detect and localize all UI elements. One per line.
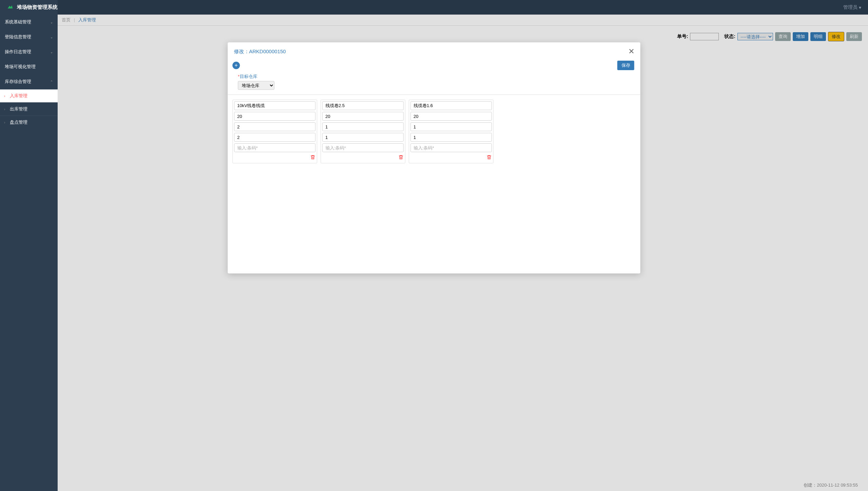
trash-icon[interactable] <box>487 155 492 161</box>
menu-inventory[interactable]: 库存综合管理 ⌃ <box>0 74 58 89</box>
barcode-input[interactable] <box>234 143 316 152</box>
cards-container <box>228 95 640 168</box>
menu-label: 系统基础管理 <box>5 19 31 25</box>
item-field3-input[interactable] <box>322 122 404 131</box>
chevron-down-icon: ⌄ <box>50 20 53 24</box>
menu-login-info[interactable]: 登陆信息管理 ⌄ <box>0 29 58 44</box>
chevron-down-icon: ⌄ <box>50 35 53 39</box>
target-label-text: 目标仓库 <box>240 74 257 79</box>
item-field4-input[interactable] <box>411 133 492 142</box>
item-card <box>233 100 317 163</box>
item-name-input[interactable] <box>322 101 404 110</box>
close-icon[interactable]: ✕ <box>628 47 634 56</box>
app-title: 堆场物资管理系统 <box>17 4 58 11</box>
chevron-up-icon: ⌃ <box>50 80 53 84</box>
edit-modal: 修改：ARKD00000150 ✕ + 保存 *目标仓库 堆场仓库 <box>228 42 640 273</box>
barcode-input[interactable] <box>411 143 492 152</box>
chevron-down-icon: ⌄ <box>50 50 53 54</box>
barcode-input[interactable] <box>322 143 404 152</box>
chevron-right-icon: › <box>4 107 5 111</box>
submenu-inbound[interactable]: › 入库管理 <box>0 89 58 102</box>
logo-icon <box>7 3 14 11</box>
menu-yard-visual[interactable]: 堆场可视化管理 <box>0 59 58 74</box>
item-field2-input[interactable] <box>234 112 316 121</box>
menu-label: 库存综合管理 <box>5 79 31 85</box>
chevron-right-icon: › <box>4 94 5 98</box>
modal-title-prefix: 修改： <box>234 48 249 54</box>
item-name-input[interactable] <box>234 101 316 110</box>
submenu-stocktake[interactable]: › 盘点管理 <box>0 116 58 129</box>
menu-operation-log[interactable]: 操作日志管理 ⌄ <box>0 44 58 59</box>
item-field3-input[interactable] <box>411 122 492 131</box>
item-card <box>409 100 494 163</box>
sidebar: 系统基础管理 ⌄ 登陆信息管理 ⌄ 操作日志管理 ⌄ 堆场可视化管理 库存综合管… <box>0 15 58 491</box>
submenu-outbound[interactable]: › 出库管理 <box>0 102 58 116</box>
trash-icon[interactable] <box>310 155 316 161</box>
menu-label: 登陆信息管理 <box>5 34 31 40</box>
modal-order-no: ARKD00000150 <box>249 48 286 54</box>
submenu-label: 入库管理 <box>10 93 27 99</box>
item-card <box>321 100 406 163</box>
modal-subbar: + 保存 <box>228 61 640 73</box>
submenu-inventory: › 入库管理 › 出库管理 › 盘点管理 <box>0 89 58 129</box>
warehouse-select[interactable]: 堆场仓库 <box>238 81 275 90</box>
item-field2-input[interactable] <box>322 112 404 121</box>
chevron-right-icon: › <box>4 121 5 124</box>
submenu-label: 盘点管理 <box>10 119 27 125</box>
add-card-button[interactable]: + <box>233 62 240 69</box>
modal-title: 修改：ARKD00000150 <box>234 48 286 55</box>
save-button[interactable]: 保存 <box>617 61 634 70</box>
menu-label: 操作日志管理 <box>5 49 31 55</box>
menu-label: 堆场可视化管理 <box>5 64 36 70</box>
item-field4-input[interactable] <box>322 133 404 142</box>
trash-icon[interactable] <box>398 155 404 161</box>
target-warehouse-section: *目标仓库 堆场仓库 <box>228 73 640 95</box>
target-warehouse-label: *目标仓库 <box>238 74 634 80</box>
item-name-input[interactable] <box>411 101 492 110</box>
modal-header: 修改：ARKD00000150 ✕ <box>228 42 640 61</box>
submenu-label: 出库管理 <box>10 106 27 112</box>
menu-system-basic[interactable]: 系统基础管理 ⌄ <box>0 15 58 29</box>
item-field3-input[interactable] <box>234 122 316 131</box>
item-field4-input[interactable] <box>234 133 316 142</box>
item-field2-input[interactable] <box>411 112 492 121</box>
